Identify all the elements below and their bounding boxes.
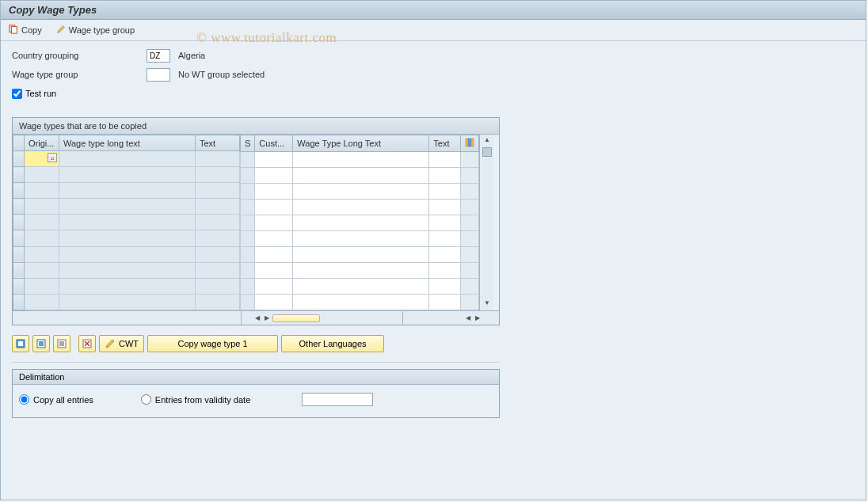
- col-original[interactable]: Origi...: [25, 135, 59, 151]
- cell-original[interactable]: [25, 246, 59, 262]
- cell-s[interactable]: [241, 215, 255, 231]
- cell-text[interactable]: [196, 151, 240, 167]
- cell-s[interactable]: [241, 247, 255, 263]
- cell-text[interactable]: [196, 215, 240, 230]
- cell-long-text-2[interactable]: [293, 152, 429, 168]
- cell-s[interactable]: [241, 168, 255, 184]
- cell-text-2[interactable]: [429, 215, 461, 231]
- row-selector[interactable]: [13, 294, 25, 310]
- country-grouping-input[interactable]: [147, 49, 170, 63]
- col-wage-type-long-text[interactable]: Wage type long text: [59, 135, 196, 151]
- cell-s[interactable]: [241, 231, 255, 247]
- cell-cust[interactable]: [255, 215, 293, 231]
- cell-text-2[interactable]: [429, 295, 461, 310]
- row-selector-header[interactable]: [13, 135, 25, 151]
- row-selector[interactable]: [13, 246, 25, 262]
- row-selector[interactable]: [13, 278, 25, 294]
- col-wage-type-long-text-2[interactable]: Wage Type Long Text: [293, 135, 429, 152]
- scroll-up-icon[interactable]: ▲: [482, 136, 492, 146]
- cell-cust[interactable]: [255, 279, 293, 295]
- row-selector[interactable]: [13, 199, 25, 215]
- cell-long-text-2[interactable]: [293, 231, 429, 247]
- cell-cust[interactable]: [255, 152, 293, 168]
- col-text-2[interactable]: Text: [429, 135, 461, 152]
- hscroll-left-icon-2[interactable]: ◀: [464, 314, 472, 321]
- cell-text-2[interactable]: [429, 152, 461, 168]
- cell-cust[interactable]: [255, 295, 293, 310]
- cell-text-2[interactable]: [429, 263, 461, 279]
- cell-long-text-2[interactable]: [293, 184, 429, 200]
- cell-cust[interactable]: [255, 184, 293, 200]
- cell-long-text[interactable]: [59, 246, 196, 262]
- entries-from-radio-input[interactable]: [141, 394, 151, 405]
- hscroll-right-icon-2[interactable]: ▶: [474, 314, 482, 321]
- cell-text-2[interactable]: [429, 168, 461, 184]
- cell-original[interactable]: [25, 167, 59, 183]
- copy-button[interactable]: Copy: [9, 25, 42, 36]
- cell-text[interactable]: [196, 230, 240, 246]
- cell-text-2[interactable]: [429, 200, 461, 215]
- cell-original[interactable]: [25, 294, 59, 310]
- row-selector[interactable]: [13, 183, 25, 199]
- cell-original[interactable]: [25, 262, 59, 278]
- row-selector[interactable]: [13, 167, 25, 183]
- delete-row-button[interactable]: [78, 335, 96, 352]
- f4-help-icon[interactable]: ⌕: [48, 153, 57, 162]
- cell-long-text[interactable]: [59, 167, 196, 183]
- cell-long-text-2[interactable]: [293, 247, 429, 263]
- scroll-down-icon[interactable]: ▼: [482, 299, 492, 309]
- cell-s[interactable]: [241, 263, 255, 279]
- cell-long-text[interactable]: [59, 230, 196, 246]
- cell-text-2[interactable]: [429, 247, 461, 263]
- cell-cust[interactable]: [255, 168, 293, 184]
- cell-cust[interactable]: [255, 263, 293, 279]
- cell-long-text[interactable]: [59, 199, 196, 215]
- copy-wage-type-1-button[interactable]: Copy wage type 1: [147, 335, 278, 352]
- select-all-button[interactable]: [12, 335, 29, 352]
- cell-text[interactable]: [196, 278, 240, 294]
- cell-original[interactable]: [25, 183, 59, 199]
- row-selector[interactable]: [13, 151, 25, 167]
- cell-text[interactable]: [196, 167, 240, 183]
- cell-text[interactable]: [196, 262, 240, 278]
- cell-original[interactable]: [25, 199, 59, 215]
- cell-long-text[interactable]: [59, 262, 196, 278]
- vertical-scrollbar[interactable]: ▲ ▼: [479, 135, 493, 310]
- cell-long-text-2[interactable]: [293, 200, 429, 215]
- cell-long-text[interactable]: [59, 278, 196, 294]
- copy-all-radio-input[interactable]: [19, 394, 29, 405]
- cell-long-text-2[interactable]: [293, 279, 429, 295]
- test-run-checkbox[interactable]: [12, 89, 22, 99]
- cell-text[interactable]: [196, 246, 240, 262]
- cell-long-text-2[interactable]: [293, 295, 429, 310]
- cell-s[interactable]: [241, 279, 255, 295]
- cell-original[interactable]: [25, 230, 59, 246]
- scroll-thumb[interactable]: [482, 147, 492, 157]
- hscroll-right-icon[interactable]: ▶: [263, 314, 271, 321]
- row-selector[interactable]: [13, 262, 25, 278]
- cell-cust[interactable]: [255, 200, 293, 215]
- col-s[interactable]: S: [241, 135, 255, 152]
- entries-from-validity-radio[interactable]: Entries from validity date: [141, 393, 373, 406]
- cell-s[interactable]: [241, 152, 255, 168]
- wage-type-group-button[interactable]: Wage type group: [56, 25, 135, 36]
- cell-long-text[interactable]: [59, 294, 196, 310]
- other-languages-button[interactable]: Other Languages: [281, 335, 384, 352]
- cell-long-text-2[interactable]: [293, 215, 429, 231]
- cell-long-text[interactable]: [59, 215, 196, 230]
- cell-long-text-2[interactable]: [293, 263, 429, 279]
- cell-text-2[interactable]: [429, 184, 461, 200]
- deselect-all-button[interactable]: [32, 335, 50, 352]
- cwt-button[interactable]: CWT: [99, 335, 144, 352]
- cell-long-text[interactable]: [59, 151, 196, 167]
- list-button[interactable]: [53, 335, 70, 352]
- hscroll-track-left[interactable]: [272, 314, 320, 322]
- cell-text-2[interactable]: [429, 279, 461, 295]
- wage-type-group-input[interactable]: [147, 68, 170, 82]
- col-cust[interactable]: Cust...: [255, 135, 293, 152]
- row-selector[interactable]: [13, 230, 25, 246]
- validity-date-input[interactable]: [302, 393, 373, 406]
- cell-s[interactable]: [241, 184, 255, 200]
- cell-original[interactable]: [25, 278, 59, 294]
- cell-cust[interactable]: [255, 231, 293, 247]
